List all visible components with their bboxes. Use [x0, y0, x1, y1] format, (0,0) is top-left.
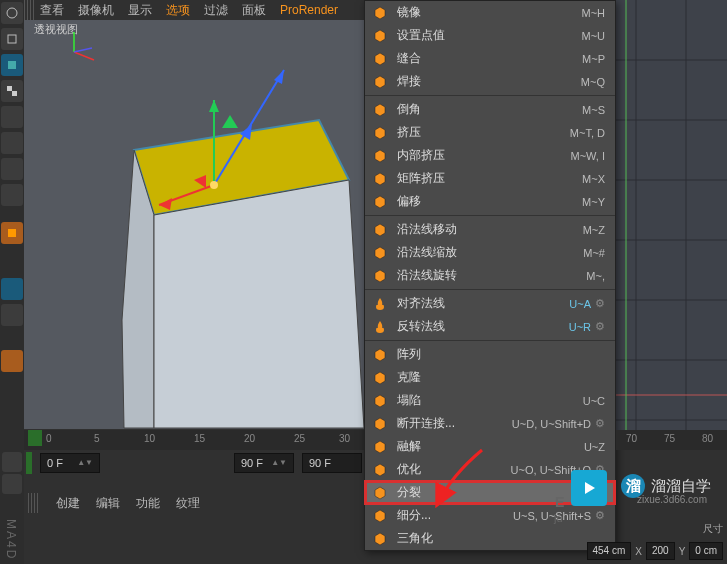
menu-item-label: 内部挤压: [397, 147, 570, 164]
tool-cube[interactable]: [1, 54, 23, 76]
menu-separator: [365, 215, 615, 216]
dim-y-label: Y: [679, 546, 686, 557]
menu-item-icon: [371, 267, 389, 285]
menu-item-矩阵挤压[interactable]: 矩阵挤压M~X: [365, 167, 615, 190]
menu-item-icon: [371, 27, 389, 45]
menu-item-label: 挤压: [397, 124, 570, 141]
right-timeline[interactable]: 70 75 80: [616, 430, 727, 450]
menu-item-icon: [371, 530, 389, 548]
menu-item-icon: [371, 346, 389, 364]
tool-checker[interactable]: [1, 80, 23, 102]
svg-rect-2: [8, 61, 16, 69]
menu-item-三角化[interactable]: 三角化: [365, 527, 615, 550]
menu-separator: [365, 289, 615, 290]
menu-item-icon: [371, 221, 389, 239]
svg-marker-15: [274, 70, 284, 84]
frame-current[interactable]: 90 F▲▼: [234, 453, 294, 473]
gear-icon[interactable]: ⚙: [595, 509, 605, 522]
menu-separator: [365, 340, 615, 341]
menu-item-沿法线移动[interactable]: 沿法线移动M~Z: [365, 218, 615, 241]
bottom-create[interactable]: 创建: [56, 495, 80, 512]
menu-item-shortcut: M~P: [582, 53, 605, 65]
bottom-bar: 创建 编辑 功能 纹理: [24, 490, 200, 516]
gear-icon[interactable]: ⚙: [595, 417, 605, 430]
tool-4[interactable]: [1, 106, 23, 128]
tool-7[interactable]: [1, 184, 23, 206]
viewport[interactable]: 透视视图: [24, 20, 364, 429]
menu-item-icon: [371, 244, 389, 262]
right-viewport[interactable]: [616, 0, 727, 430]
menu-item-shortcut: U~R: [569, 321, 591, 333]
brand-name: 溜溜自学: [651, 477, 711, 496]
menu-panel[interactable]: 面板: [242, 2, 266, 19]
menu-view[interactable]: 查看: [40, 2, 64, 19]
menu-item-对齐法线[interactable]: 对齐法线U~A⚙: [365, 292, 615, 315]
menu-item-焊接[interactable]: 焊接M~Q: [365, 70, 615, 93]
menu-options[interactable]: 选项: [166, 2, 190, 19]
menu-item-label: 克隆: [397, 369, 605, 386]
tick: 30: [339, 433, 350, 444]
menu-item-沿法线缩放[interactable]: 沿法线缩放M~#: [365, 241, 615, 264]
menu-item-镜像[interactable]: 镜像M~H: [365, 1, 615, 24]
frame-marker: [26, 452, 32, 474]
dim-x[interactable]: 454 cm: [587, 542, 632, 560]
icon-b[interactable]: [2, 474, 22, 494]
gear-icon[interactable]: ⚙: [595, 297, 605, 310]
menu-item-沿法线旋转[interactable]: 沿法线旋转M~,: [365, 264, 615, 287]
tool-6[interactable]: [1, 158, 23, 180]
bottom-func[interactable]: 功能: [136, 495, 160, 512]
frame-end[interactable]: 90 F: [302, 453, 362, 473]
menu-item-挤压[interactable]: 挤压M~T, D: [365, 121, 615, 144]
menu-separator: [365, 95, 615, 96]
menu-item-克隆[interactable]: 克隆: [365, 366, 615, 389]
frame-start[interactable]: 0 F▲▼: [40, 453, 100, 473]
svg-point-21: [210, 181, 218, 189]
tool-snap[interactable]: [1, 304, 23, 326]
tool-mouse[interactable]: [1, 278, 23, 300]
menu-filter[interactable]: 过滤: [204, 2, 228, 19]
tool-poly[interactable]: [1, 222, 23, 244]
bottom-grip[interactable]: [28, 493, 40, 513]
menu-item-label: 镜像: [397, 4, 581, 21]
timeline-playhead[interactable]: [28, 430, 42, 446]
tool-magnet[interactable]: [1, 350, 23, 372]
menu-item-阵列[interactable]: 阵列: [365, 343, 615, 366]
dim-y[interactable]: 200: [646, 542, 675, 560]
tool-2[interactable]: [1, 28, 23, 50]
menu-item-icon: [371, 438, 389, 456]
menu-item-shortcut: M~X: [582, 173, 605, 185]
menu-item-icon: [371, 4, 389, 22]
menu-item-shortcut: M~W, I: [570, 150, 605, 162]
menu-item-偏移[interactable]: 偏移M~Y: [365, 190, 615, 213]
menu-item-断开连接...[interactable]: 断开连接...U~D, U~Shift+D⚙: [365, 412, 615, 435]
timeline[interactable]: 0 5 10 15 20 25 30: [24, 430, 364, 450]
menu-item-反转法线[interactable]: 反转法线U~R⚙: [365, 315, 615, 338]
menu-item-icon: [371, 318, 389, 336]
side-text: MA4D: [4, 519, 18, 560]
bottom-edit[interactable]: 编辑: [96, 495, 120, 512]
menu-item-设置点值[interactable]: 设置点值M~U: [365, 24, 615, 47]
tool-1[interactable]: [1, 2, 23, 24]
play-button[interactable]: [571, 470, 607, 506]
menu-item-内部挤压[interactable]: 内部挤压M~W, I: [365, 144, 615, 167]
menu-prorender[interactable]: ProRender: [280, 3, 338, 17]
menu-item-缝合[interactable]: 缝合M~P: [365, 47, 615, 70]
menu-item-icon: [371, 50, 389, 68]
icon-a[interactable]: [2, 452, 22, 472]
gear-icon[interactable]: ⚙: [595, 320, 605, 333]
menu-item-label: 倒角: [397, 101, 582, 118]
dim-z[interactable]: 0 cm: [689, 542, 723, 560]
menu-item-塌陷[interactable]: 塌陷U~C: [365, 389, 615, 412]
menu-display[interactable]: 显示: [128, 2, 152, 19]
menu-item-shortcut: M~Q: [581, 76, 605, 88]
menu-item-融解[interactable]: 融解U~Z: [365, 435, 615, 458]
menu-camera[interactable]: 摄像机: [78, 2, 114, 19]
menu-item-icon: [371, 369, 389, 387]
menu-item-shortcut: M~#: [583, 247, 605, 259]
bottom-tex[interactable]: 纹理: [176, 495, 200, 512]
menu-item-shortcut: U~A: [569, 298, 591, 310]
menu-item-label: 阵列: [397, 346, 605, 363]
menu-item-倒角[interactable]: 倒角M~S: [365, 98, 615, 121]
tool-5[interactable]: [1, 132, 23, 154]
menu-item-细分...[interactable]: 细分...U~S, U~Shift+S⚙: [365, 504, 615, 527]
